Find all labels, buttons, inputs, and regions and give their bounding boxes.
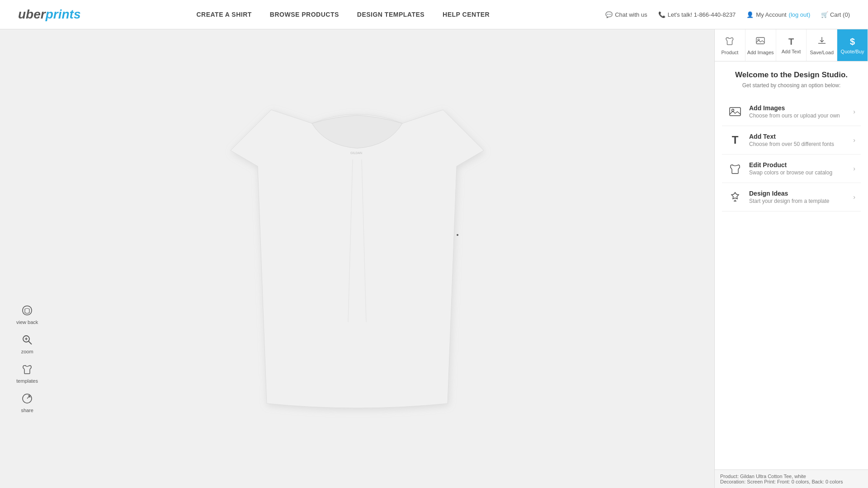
templates-button[interactable]: templates <box>14 361 41 386</box>
add-text-desc: Choose from over 50 different fonts <box>749 141 847 147</box>
quote-buy-tab-icon: $ <box>850 37 855 47</box>
account-icon: 👤 <box>746 11 754 18</box>
add-images-arrow: › <box>853 108 855 115</box>
account-link[interactable]: 👤 My Account (log out) <box>746 11 810 18</box>
design-ideas-desc: Start your design from a template <box>749 198 847 204</box>
product-tab-icon <box>725 36 735 48</box>
logo-prints: prints <box>46 7 81 21</box>
zoom-label: zoom <box>21 349 33 354</box>
add-images-text: Add Images Choose from ours or upload yo… <box>749 104 847 119</box>
menu-add-text[interactable]: T Add Text Choose from over 50 different… <box>722 126 861 155</box>
logo[interactable]: uberprints <box>18 8 80 21</box>
cart-link[interactable]: 🛒 Cart (0) <box>821 11 850 18</box>
tab-add-images[interactable]: Add Images <box>745 29 776 61</box>
share-label: share <box>21 408 33 413</box>
add-text-icon: T <box>727 132 743 148</box>
nav-browse[interactable]: BROWSE PRODUCTS <box>270 11 339 18</box>
left-tools: view back zoom <box>14 302 41 416</box>
main-layout: view back zoom <box>0 29 868 488</box>
edit-product-title: Edit Product <box>749 161 847 169</box>
edit-product-icon <box>727 161 743 176</box>
panel-footer: Product: Gildan Ultra Cotton Tee, white … <box>715 469 868 488</box>
account-label: My Account <box>756 11 786 18</box>
svg-line-5 <box>27 396 30 399</box>
share-icon <box>21 393 33 406</box>
menu-design-ideas[interactable]: Design Ideas Start your design from a te… <box>722 183 861 211</box>
nav-help[interactable]: HELP CENTER <box>443 11 490 18</box>
chat-icon: 💬 <box>605 11 613 18</box>
templates-icon <box>21 363 33 377</box>
edit-product-desc: Swap colors or browse our catalog <box>749 169 847 176</box>
svg-rect-7 <box>756 38 764 44</box>
studio-content: Welcome to the Design Studio. Get starte… <box>715 61 868 469</box>
save-load-tab-label: Save/Load <box>810 50 834 55</box>
templates-label: templates <box>16 378 38 384</box>
design-ideas-title: Design Ideas <box>749 190 847 197</box>
nav-design[interactable]: DESIGN TEMPLATES <box>357 11 425 18</box>
view-back-label: view back <box>16 319 38 325</box>
add-images-tab-icon <box>755 36 765 48</box>
logout-link[interactable]: (log out) <box>789 11 811 18</box>
phone-link[interactable]: 📞 Let's talk! 1-866-440-8237 <box>658 11 736 18</box>
toolbar-tabs: Product Add Images T Add Text <box>715 29 868 61</box>
design-ideas-text: Design Ideas Start your design from a te… <box>749 190 847 204</box>
right-panel: Product Add Images T Add Text <box>714 29 868 488</box>
tab-quote-buy[interactable]: $ Quote/Buy <box>837 29 868 61</box>
tab-save-load[interactable]: Save/Load <box>807 29 837 61</box>
design-ideas-icon <box>727 189 743 205</box>
canvas-area[interactable]: view back zoom <box>0 29 714 488</box>
edit-product-arrow: › <box>853 165 855 172</box>
add-text-tab-label: Add Text <box>782 49 801 54</box>
decoration-value: Screen Print: Front: 0 colors, Back: 0 c… <box>747 479 843 484</box>
edit-product-text: Edit Product Swap colors or browse our c… <box>749 161 847 176</box>
view-back-button[interactable]: view back <box>14 302 41 328</box>
product-tab-label: Product <box>721 50 738 55</box>
main-nav: CREATE A SHIRT BROWSE PRODUCTS DESIGN TE… <box>196 11 490 18</box>
svg-rect-9 <box>730 108 741 116</box>
phone-icon: 📞 <box>658 11 665 18</box>
add-images-title: Add Images <box>749 104 847 112</box>
phone-label: Let's talk! 1-866-440-8237 <box>668 11 736 18</box>
logo-uber: uber <box>18 7 46 21</box>
save-load-tab-icon <box>817 36 827 48</box>
tshirt-container: GILDAN <box>217 96 497 422</box>
quote-buy-tab-label: Quote/Buy <box>841 49 864 54</box>
share-button[interactable]: share <box>18 390 36 416</box>
add-images-tab-label: Add Images <box>747 50 774 55</box>
add-images-desc: Choose from ours or upload your own <box>749 113 847 119</box>
chat-label: Chat with us <box>615 11 647 18</box>
view-back-icon <box>21 305 33 318</box>
tab-product[interactable]: Product <box>715 29 745 61</box>
add-text-tab-icon: T <box>788 37 794 47</box>
svg-text:GILDAN: GILDAN <box>350 151 362 155</box>
product-label: Product: <box>720 474 739 479</box>
add-text-title: Add Text <box>749 133 847 140</box>
menu-add-images[interactable]: Add Images Choose from ours or upload yo… <box>722 98 861 126</box>
design-ideas-arrow: › <box>853 193 855 201</box>
add-text-text: Add Text Choose from over 50 different f… <box>749 133 847 147</box>
add-text-arrow: › <box>853 136 855 144</box>
header: uberprints CREATE A SHIRT BROWSE PRODUCT… <box>0 0 868 29</box>
nav-create[interactable]: CREATE A SHIRT <box>196 11 251 18</box>
product-value: Gildan Ultra Cotton Tee, white <box>740 474 806 479</box>
tshirt-svg: GILDAN <box>217 96 497 422</box>
svg-line-1 <box>28 341 32 344</box>
chat-link[interactable]: 💬 Chat with us <box>605 11 647 18</box>
studio-subtitle: Get started by choosing an option below: <box>722 82 861 89</box>
zoom-icon <box>21 334 33 347</box>
add-images-icon <box>727 104 743 119</box>
header-right: 💬 Chat with us 📞 Let's talk! 1-866-440-8… <box>605 11 850 18</box>
menu-edit-product[interactable]: Edit Product Swap colors or browse our c… <box>722 155 861 183</box>
tab-add-text[interactable]: T Add Text <box>776 29 807 61</box>
decoration-label: Decoration: <box>720 479 745 484</box>
studio-title: Welcome to the Design Studio. <box>722 70 861 80</box>
zoom-button[interactable]: zoom <box>19 331 36 357</box>
